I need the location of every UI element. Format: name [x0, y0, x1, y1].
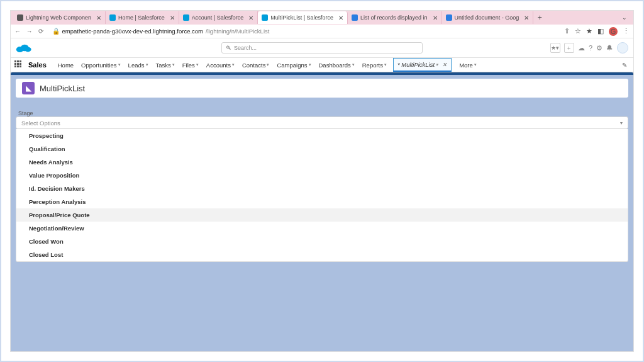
chevron-down-icon: ▾ [352, 62, 355, 67]
chevron-down-icon: ▾ [196, 62, 199, 67]
nav-item-label: Accounts [206, 62, 231, 69]
close-icon[interactable]: ✕ [524, 14, 529, 21]
nav-more[interactable]: More ▾ [455, 58, 480, 72]
tab-label: Account | Salesforce [192, 14, 243, 21]
favicon [446, 14, 452, 21]
chevron-down-icon: ▾ [474, 62, 477, 67]
close-icon[interactable]: ✕ [442, 62, 447, 68]
search-placeholder: Search... [234, 45, 257, 51]
chevron-down-icon: ▾ [232, 62, 235, 67]
nav-item-home[interactable]: Home [54, 58, 77, 72]
browser-tab[interactable]: Untitled document - Goog✕ [442, 11, 534, 24]
nav-item-label: Dashboards [319, 62, 351, 69]
close-icon[interactable]: ✕ [338, 14, 343, 21]
gear-icon[interactable]: ⚙ [596, 44, 602, 52]
close-icon[interactable]: ✕ [96, 14, 101, 21]
stage-combobox[interactable]: Select Options ▾ [16, 116, 628, 129]
add-button[interactable]: ＋ [564, 43, 574, 53]
nav-item-label: Leads [128, 62, 145, 69]
stage-option[interactable]: Closed Won [16, 235, 628, 248]
stage-label: Stage [18, 110, 628, 116]
favicon [262, 14, 268, 21]
bookmark-icon[interactable]: ☆ [575, 27, 581, 35]
url-field[interactable]: 🔒 empathetic-panda-g30ovx-dev-ed.lightni… [52, 28, 559, 35]
chevron-down-icon: ▾ [436, 62, 438, 67]
app-launcher-icon[interactable] [14, 60, 23, 69]
combobox-placeholder: Select Options [21, 120, 60, 127]
svg-point-2 [25, 47, 31, 52]
nav-item-files[interactable]: Files▾ [179, 58, 203, 72]
page-title: MultiPickList [40, 84, 85, 93]
stage-option[interactable]: Proposal/Price Quote [16, 208, 628, 222]
chevron-down-icon: ▾ [118, 62, 121, 67]
browser-tab[interactable]: Lightning Web Componen✕ [13, 11, 106, 24]
new-tab-button[interactable]: + [533, 13, 546, 22]
browser-tab[interactable]: List of records displayed in✕ [348, 11, 442, 24]
nav-item-label: Contacts [242, 62, 266, 69]
nav-item-label: Reports [362, 62, 383, 69]
tab-overflow-icon[interactable]: ⌄ [622, 14, 631, 21]
nav-item-label: Home [58, 62, 74, 69]
favicon [183, 14, 189, 21]
kebab-icon[interactable]: ⋮ [623, 27, 630, 35]
reload-icon[interactable]: ⟳ [38, 28, 43, 35]
browser-tab-strip: Lightning Web Componen✕Home | Salesforce… [11, 11, 633, 25]
browser-tab[interactable]: Account | Salesforce✕ [179, 11, 258, 24]
close-icon[interactable]: ✕ [433, 14, 438, 21]
app-name: Sales [28, 61, 47, 69]
stage-option[interactable]: Negotiation/Review [16, 222, 628, 235]
chevron-down-icon: ▾ [146, 62, 148, 67]
stage-option[interactable]: Needs Analysis [16, 156, 628, 169]
avatar[interactable] [617, 42, 628, 54]
lock-icon: 🔒 [52, 28, 60, 35]
edit-nav-icon[interactable]: ✎ [622, 62, 627, 69]
stage-option[interactable]: Qualification [16, 142, 628, 156]
nav-item-label: Campaigns [277, 62, 307, 69]
nav-item-reports[interactable]: Reports▾ [358, 58, 391, 72]
favorite-button[interactable]: ★▾ [550, 43, 560, 53]
share-icon[interactable]: ⇧ [564, 27, 570, 35]
nav-item-accounts[interactable]: Accounts▾ [203, 58, 238, 72]
browser-tab[interactable]: MultiPickList | Salesforce✕ [258, 11, 348, 24]
chevron-down-icon: ▾ [172, 62, 175, 67]
share-icon[interactable]: ☁ [578, 44, 585, 52]
nav-item-dashboards[interactable]: Dashboards▾ [315, 58, 358, 72]
tab-label: Home | Salesforce [118, 14, 165, 21]
nav-item-label: Opportunities [81, 62, 117, 69]
nav-item-contacts[interactable]: Contacts▾ [238, 58, 274, 72]
nav-item-tasks[interactable]: Tasks▾ [152, 58, 179, 72]
favicon [109, 14, 116, 21]
stage-option[interactable]: Prospecting [16, 129, 628, 142]
back-icon[interactable]: ← [14, 28, 21, 35]
stage-option[interactable]: Id. Decision Makers [16, 182, 628, 195]
nav-item-label: Files [182, 62, 195, 69]
nav-item-campaigns[interactable]: Campaigns▾ [273, 58, 314, 72]
chevron-down-icon: ▾ [384, 62, 387, 67]
close-icon[interactable]: ✕ [170, 14, 175, 21]
stage-option[interactable]: Perception Analysis [16, 195, 628, 208]
page-header: ◣ MultiPickList [16, 79, 628, 98]
help-icon[interactable]: ? [589, 44, 592, 52]
stage-option[interactable]: Value Proposition [16, 169, 628, 182]
panel-icon[interactable]: ◧ [597, 27, 604, 35]
chevron-down-icon: ▾ [309, 62, 311, 67]
nav-item-leads[interactable]: Leads▾ [125, 58, 152, 72]
stage-dropdown: ProspectingQualificationNeeds AnalysisVa… [16, 129, 628, 262]
global-search[interactable]: 🔍︎ Search... [221, 42, 423, 54]
close-icon[interactable]: ✕ [248, 14, 253, 21]
forward-icon[interactable]: → [26, 28, 33, 35]
url-host: empathetic-panda-g30ovx-dev-ed.lightning… [62, 28, 203, 35]
component-icon: ◣ [22, 82, 35, 94]
browser-tab[interactable]: Home | Salesforce✕ [106, 11, 179, 24]
stage-option[interactable]: Closed Lost [16, 248, 628, 261]
nav-item-label: Tasks [156, 62, 171, 69]
extension-icon[interactable]: ★ [586, 27, 592, 35]
tab-label: MultiPickList | Salesforce [270, 14, 333, 21]
salesforce-logo [16, 42, 32, 54]
nav-tab-multipicklist[interactable]: * MultiPickList ▾ ✕ [393, 58, 452, 72]
bell-icon[interactable]: 🔔︎ [606, 44, 613, 52]
nav-item-opportunities[interactable]: Opportunities▾ [77, 58, 125, 72]
chevron-down-icon: ▾ [620, 120, 623, 126]
profile-badge[interactable]: G [609, 27, 618, 36]
chevron-down-icon: ▾ [267, 62, 269, 67]
